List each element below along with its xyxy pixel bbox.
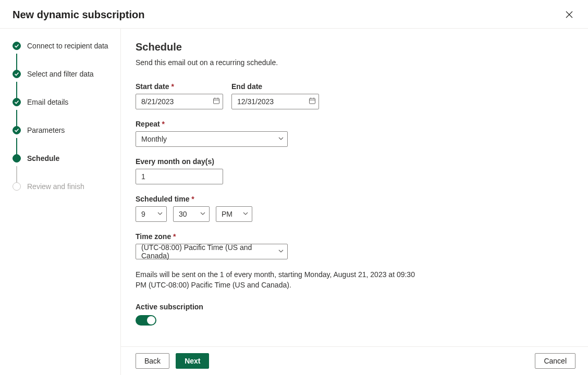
step-label: Select and filter data: [27, 70, 94, 78]
close-icon: [566, 11, 573, 18]
repeat-label: Repeat: [136, 120, 288, 128]
ampm-value: PM: [222, 210, 232, 218]
dialog-title: New dynamic subscription: [13, 9, 144, 21]
cancel-button[interactable]: Cancel: [535, 353, 575, 369]
step-connect-recipient-data[interactable]: Connect to recipient data: [13, 41, 112, 51]
month-days-label: Every month on day(s): [136, 157, 223, 166]
step-marker-completed-icon: [13, 98, 21, 106]
wizard-steps-list: Connect to recipient data Select and fil…: [13, 41, 112, 191]
step-label: Review and finish: [27, 182, 84, 191]
timezone-row: Time zone (UTC-08:00) Pacific Time (US a…: [136, 232, 571, 259]
chevron-down-icon: [278, 135, 284, 143]
back-button[interactable]: Back: [136, 353, 169, 369]
minute-value: 30: [179, 210, 187, 218]
step-connector: [16, 166, 17, 183]
step-schedule[interactable]: Schedule: [13, 154, 112, 163]
month-days-input[interactable]: [136, 169, 223, 184]
step-select-filter-data[interactable]: Select and filter data: [13, 69, 112, 79]
schedule-summary-text: Emails will be sent on the 1 of every mo…: [136, 270, 427, 290]
start-date-field: Start date: [136, 82, 223, 109]
timezone-field: Time zone (UTC-08:00) Pacific Time (US a…: [136, 232, 288, 259]
main-content: Schedule Send this email out on a recurr…: [121, 29, 588, 375]
end-date-input-wrap: [231, 94, 319, 109]
end-date-input[interactable]: [231, 94, 319, 109]
step-marker-completed-icon: [13, 42, 21, 50]
month-days-field: Every month on day(s): [136, 157, 223, 184]
step-connector: [16, 82, 17, 98]
scheduled-time-selects: 9 30 PM: [136, 206, 252, 222]
hour-value: 9: [141, 210, 145, 218]
page-title: Schedule: [136, 41, 571, 53]
step-email-details[interactable]: Email details: [13, 97, 112, 107]
active-subscription-toggle[interactable]: [136, 315, 156, 326]
start-date-label: Start date: [136, 82, 223, 91]
step-marker-pending-icon: [13, 182, 21, 191]
dialog-body: Connect to recipient data Select and fil…: [0, 29, 588, 375]
scheduled-time-label: Scheduled time: [136, 195, 252, 203]
footer-right: Cancel: [535, 353, 575, 369]
step-parameters[interactable]: Parameters: [13, 126, 112, 135]
repeat-select[interactable]: Monthly: [136, 131, 288, 147]
step-label: Email details: [27, 98, 68, 106]
timezone-select[interactable]: (UTC-08:00) Pacific Time (US and Canada): [136, 244, 288, 259]
step-connector: [16, 138, 17, 155]
timezone-value: (UTC-08:00) Pacific Time (US and Canada): [141, 243, 272, 260]
hour-select[interactable]: 9: [136, 206, 167, 222]
toggle-knob: [147, 316, 155, 324]
chevron-down-icon: [242, 210, 249, 218]
dialog-header: New dynamic subscription: [0, 0, 588, 29]
repeat-value: Monthly: [141, 135, 167, 143]
active-subscription-field: Active subscription: [136, 303, 571, 326]
month-days-row: Every month on day(s): [136, 157, 571, 184]
timezone-label: Time zone: [136, 232, 288, 241]
chevron-down-icon: [157, 210, 163, 218]
chevron-down-icon: [200, 210, 206, 218]
repeat-field: Repeat Monthly: [136, 120, 288, 147]
dialog-footer: Back Next Cancel: [121, 346, 588, 375]
start-date-input-wrap: [136, 94, 223, 109]
start-date-input[interactable]: [136, 94, 223, 109]
next-button[interactable]: Next: [176, 353, 209, 369]
wizard-steps-sidebar: Connect to recipient data Select and fil…: [0, 29, 121, 375]
end-date-label: End date: [231, 82, 319, 91]
chevron-down-icon: [278, 247, 284, 256]
step-label: Schedule: [27, 154, 59, 162]
step-label: Connect to recipient data: [27, 42, 108, 50]
close-button[interactable]: [563, 8, 575, 21]
step-connector: [16, 110, 17, 127]
step-marker-completed-icon: [13, 70, 21, 78]
ampm-select[interactable]: PM: [216, 206, 252, 222]
minute-select[interactable]: 30: [173, 206, 210, 222]
footer-left: Back Next: [136, 353, 209, 369]
scheduled-time-field: Scheduled time 9 30: [136, 195, 252, 222]
dialog-new-dynamic-subscription: New dynamic subscription Connect to reci…: [0, 0, 588, 375]
date-row: Start date End date: [136, 82, 571, 109]
page-description: Send this email out on a recurring sched…: [136, 58, 571, 67]
end-date-field: End date: [231, 82, 319, 109]
step-marker-current-icon: [13, 154, 21, 162]
step-connector: [16, 54, 17, 70]
repeat-row: Repeat Monthly: [136, 120, 571, 147]
active-subscription-label: Active subscription: [136, 303, 571, 311]
step-review-finish[interactable]: Review and finish: [13, 182, 112, 191]
step-marker-completed-icon: [13, 126, 21, 134]
scheduled-time-row: Scheduled time 9 30: [136, 195, 571, 222]
step-label: Parameters: [27, 126, 65, 134]
